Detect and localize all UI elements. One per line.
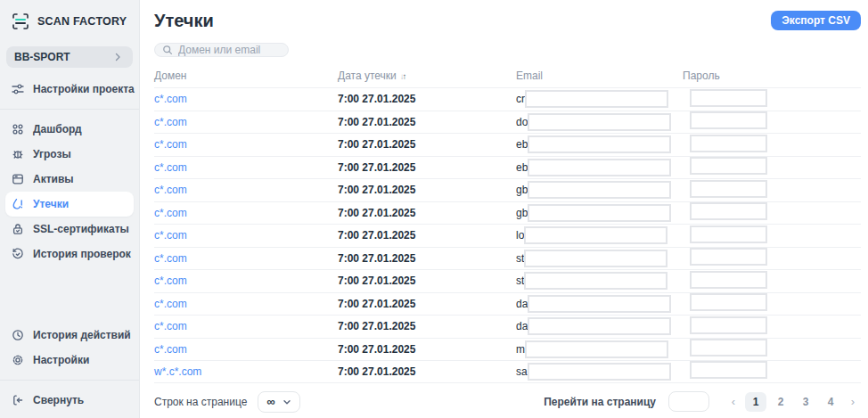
password-cell <box>683 202 861 223</box>
leak-date-value: 7:00 27.01.2025 <box>338 298 516 310</box>
page-button-2[interactable]: 2 <box>770 392 791 412</box>
sidebar-item-label: Дашборд <box>33 123 82 135</box>
domain-link[interactable]: c*.com <box>154 161 338 174</box>
sidebar-item-label: Угрозы <box>33 148 71 160</box>
scan-factory-logo-icon <box>11 12 30 31</box>
sidebar-item-settings[interactable]: Настройки <box>0 348 139 373</box>
table-row: w*.c*.com 7:00 27.01.2025 sa <box>154 360 861 383</box>
sidebar-item-action-history[interactable]: История действий <box>0 323 139 348</box>
domain-link[interactable]: c*.com <box>154 252 338 265</box>
project-selector[interactable]: BB-SPORT <box>6 46 133 68</box>
sidebar-item-scan-history[interactable]: История проверок <box>0 242 139 266</box>
table-row: c*.com 7:00 27.01.2025 do <box>154 111 861 134</box>
table-body: c*.com 7:00 27.01.2025 cr c*.com 7:00 27… <box>154 87 861 383</box>
main-content: Утечки Экспорт CSV Домен Дата утечки ↓↑ … <box>140 0 868 418</box>
password-cell <box>683 316 861 337</box>
sidebar-item-threats[interactable]: Угрозы <box>0 142 139 167</box>
domain-link[interactable]: c*.com <box>154 116 338 128</box>
column-header-email[interactable]: Email <box>516 70 683 82</box>
password-redaction-box <box>690 157 767 175</box>
email-prefix: m <box>516 343 525 356</box>
email-redaction-box <box>525 340 668 358</box>
password-redaction-box <box>690 202 767 220</box>
leak-date-value: 7:00 27.01.2025 <box>338 207 516 219</box>
email-redaction-box <box>524 250 667 267</box>
page-button-1[interactable]: 1 <box>745 392 766 412</box>
leak-date-value: 7:00 27.01.2025 <box>338 229 516 242</box>
sidebar-item-ssl-certificates[interactable]: SSL-сертификаты <box>0 217 139 242</box>
email-redaction-box <box>528 113 671 131</box>
leak-date-value: 7:00 27.01.2025 <box>338 161 516 174</box>
password-cell <box>683 248 861 268</box>
table-row: c*.com 7:00 27.01.2025 gb <box>154 178 861 201</box>
domain-link[interactable]: w*.c*.com <box>154 365 338 378</box>
sidebar-collapse-button[interactable]: Свернуть <box>0 388 139 413</box>
domain-link[interactable]: c*.com <box>154 298 338 310</box>
domain-link[interactable]: c*.com <box>154 207 338 219</box>
column-header-domain[interactable]: Домен <box>154 70 338 82</box>
bug-icon <box>11 147 25 161</box>
email-redaction-box <box>528 363 671 381</box>
sidebar-item-assets[interactable]: Активы <box>0 167 139 192</box>
collapse-label: Свернуть <box>33 394 84 406</box>
gear-icon <box>11 353 25 367</box>
table-row: c*.com 7:00 27.01.2025 gb <box>154 201 861 225</box>
email-cell: st <box>516 272 683 290</box>
password-cell <box>683 157 861 177</box>
table-row: c*.com 7:00 27.01.2025 eb <box>154 156 861 179</box>
search-box[interactable] <box>154 43 289 57</box>
leak-date-value: 7:00 27.01.2025 <box>338 252 516 265</box>
page-button-3[interactable]: 3 <box>795 392 816 412</box>
email-redaction-box <box>528 181 671 199</box>
export-csv-button[interactable]: Экспорт CSV <box>771 11 861 30</box>
lock-icon <box>11 222 25 236</box>
rows-per-page-select[interactable]: ∞ <box>258 391 299 413</box>
page-button-4[interactable]: 4 <box>820 392 841 412</box>
prev-page-icon[interactable]: ‹ <box>725 395 741 408</box>
email-prefix: st <box>516 252 524 265</box>
sidebar-item-project-settings[interactable]: Настройки проекта <box>0 77 139 102</box>
email-redaction-box <box>528 159 671 176</box>
domain-link[interactable]: c*.com <box>154 93 338 105</box>
leak-drop-icon <box>11 197 25 211</box>
next-page-icon[interactable]: › <box>845 395 861 408</box>
domain-link[interactable]: c*.com <box>154 320 338 332</box>
project-name: BB-SPORT <box>14 51 70 63</box>
email-redaction-box <box>528 295 671 313</box>
domain-link[interactable]: c*.com <box>154 229 338 242</box>
sliders-icon <box>11 82 25 96</box>
password-redaction-box <box>690 180 767 198</box>
email-prefix: gb <box>516 184 528 196</box>
email-cell: lo <box>516 226 683 244</box>
email-cell: st <box>516 250 683 267</box>
sidebar-item-label: История действий <box>33 329 131 341</box>
domain-link[interactable]: c*.com <box>154 275 338 287</box>
email-cell: sa <box>516 363 683 381</box>
password-cell <box>683 111 861 132</box>
sidebar-item-label: Активы <box>33 173 74 185</box>
email-cell: eb <box>516 159 683 176</box>
email-cell: m <box>516 340 683 358</box>
domain-link[interactable]: c*.com <box>154 343 338 356</box>
password-redaction-box <box>690 248 767 266</box>
column-header-password[interactable]: Пароль <box>683 70 861 82</box>
domain-link[interactable]: c*.com <box>154 138 338 151</box>
domain-link[interactable]: c*.com <box>154 184 338 196</box>
sidebar-item-leaks[interactable]: Утечки <box>5 192 134 217</box>
password-cell <box>683 225 861 246</box>
goto-page-input[interactable] <box>668 391 709 412</box>
sidebar-item-dashboard[interactable]: Дашборд <box>0 117 139 142</box>
leak-date-value: 7:00 27.01.2025 <box>338 343 516 356</box>
email-redaction-box <box>524 226 667 244</box>
leak-date-value: 7:00 27.01.2025 <box>338 138 516 151</box>
collapse-panel-icon <box>11 393 25 407</box>
search-input[interactable] <box>178 44 276 56</box>
sort-arrows-icon[interactable]: ↓↑ <box>400 71 405 81</box>
leak-date-value: 7:00 27.01.2025 <box>338 320 516 332</box>
column-header-leak-date[interactable]: Дата утечки ↓↑ <box>338 70 516 82</box>
table-row: c*.com 7:00 27.01.2025 st <box>154 247 861 270</box>
email-prefix: da <box>516 320 528 332</box>
password-cell <box>683 89 861 110</box>
table-row: c*.com 7:00 27.01.2025 da <box>154 292 861 316</box>
leaks-table: Домен Дата утечки ↓↑ Email Пароль c*.com… <box>154 64 861 383</box>
